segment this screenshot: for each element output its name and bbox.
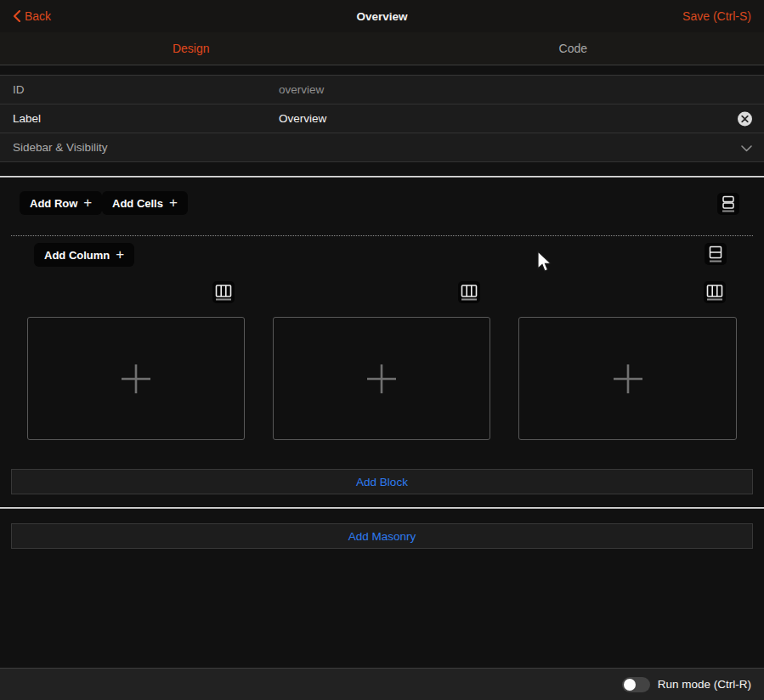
label-value[interactable]: Overview <box>279 112 326 125</box>
cell-placeholder[interactable] <box>27 317 245 440</box>
id-label: ID <box>13 83 25 96</box>
properties-form: ID overview Label Overview Sidebar & Vis… <box>0 75 764 162</box>
cell-placeholder[interactable] <box>273 317 490 440</box>
columns-icon <box>705 282 725 302</box>
page-title: Overview <box>0 10 764 23</box>
id-value[interactable]: overview <box>279 83 324 96</box>
add-row-label: Add Row <box>30 197 77 210</box>
cell-columns-button[interactable] <box>704 281 726 303</box>
plus-icon: + <box>116 247 124 262</box>
add-cells-label: Add Cells <box>112 197 163 210</box>
mouse-cursor-icon <box>535 251 552 277</box>
add-column-button[interactable]: Add Column + <box>34 243 134 267</box>
form-row-sidebar-visibility[interactable]: Sidebar & Visibility <box>0 133 764 162</box>
bottom-bar: Run mode (Ctrl-R) <box>0 668 764 700</box>
chevron-left-icon <box>13 10 20 22</box>
add-row-button[interactable]: Add Row + <box>20 191 102 215</box>
tab-design[interactable]: Design <box>0 32 382 65</box>
cell-columns-button[interactable] <box>212 281 235 303</box>
add-column-label: Add Column <box>44 249 110 262</box>
top-bar: Back Overview Save (Ctrl-S) <box>0 0 764 32</box>
row-split-button[interactable] <box>705 243 727 265</box>
dashboard-editor-screen: Back Overview Save (Ctrl-S) Design Code … <box>0 0 764 700</box>
back-button[interactable]: Back <box>13 9 51 23</box>
run-mode-toggle[interactable] <box>622 677 650 692</box>
add-masonry-label: Add Masonry <box>348 530 416 543</box>
add-cell-plus-icon <box>365 363 398 395</box>
columns-icon <box>213 282 234 302</box>
add-block-button[interactable]: Add Block <box>11 469 753 494</box>
run-mode-label: Run mode (Ctrl-R) <box>658 678 751 691</box>
add-cell-plus-icon <box>120 363 152 395</box>
add-cell-plus-icon <box>612 363 644 395</box>
add-masonry-button[interactable]: Add Masonry <box>11 523 753 549</box>
label-label: Label <box>13 112 41 125</box>
section-divider <box>0 507 764 509</box>
cell-placeholder[interactable] <box>518 317 737 440</box>
columns-icon <box>459 282 479 302</box>
toggle-knob <box>624 679 636 691</box>
plus-icon: + <box>83 195 92 210</box>
chevron-down-icon <box>741 140 752 155</box>
add-cells-button[interactable]: Add Cells + <box>102 191 188 215</box>
clear-label-button[interactable] <box>738 111 752 126</box>
plus-icon: + <box>169 195 178 210</box>
dotted-divider <box>11 235 753 236</box>
rows-icon <box>719 195 738 213</box>
section-divider <box>0 176 764 178</box>
cell-columns-button[interactable] <box>458 281 480 303</box>
save-button[interactable]: Save (Ctrl-S) <box>682 9 751 23</box>
split-rows-icon <box>706 245 725 263</box>
back-label: Back <box>25 9 51 23</box>
tab-bar: Design Code <box>0 32 764 65</box>
form-row-id[interactable]: ID overview <box>0 76 764 104</box>
add-block-label: Add Block <box>356 476 408 488</box>
rows-layout-button[interactable] <box>717 193 739 215</box>
sidebar-visibility-label: Sidebar & Visibility <box>13 141 108 154</box>
tab-code[interactable]: Code <box>382 32 764 65</box>
x-icon <box>741 115 749 122</box>
form-row-label[interactable]: Label Overview <box>0 104 764 133</box>
